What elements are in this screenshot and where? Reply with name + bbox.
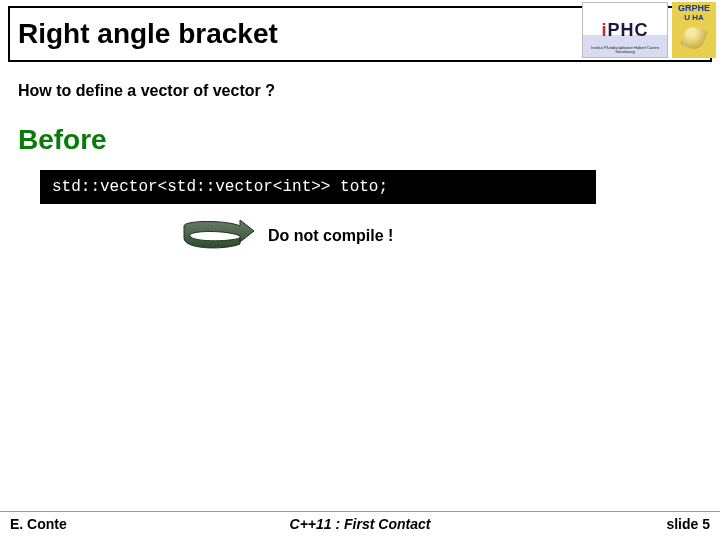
logo-group: iPHC Institut Pluridisciplinaire Hubert … — [582, 2, 716, 58]
iphc-logo: iPHC Institut Pluridisciplinaire Hubert … — [582, 2, 668, 58]
iphc-logo-subtext: Institut Pluridisciplinaire Hubert Curie… — [583, 46, 667, 54]
curved-arrow-icon — [178, 218, 256, 254]
footer-title: C++11 : First Contact — [0, 516, 720, 532]
slide: Right angle bracket iPHC Institut Plurid… — [0, 0, 720, 540]
no-compile-text: Do not compile ! — [268, 227, 393, 245]
question-text: How to define a vector of vector ? — [18, 82, 275, 100]
code-block: std::vector<std::vector<int>> toto; — [40, 170, 596, 204]
footer-divider — [0, 511, 720, 512]
footer-slide-number: slide 5 — [666, 516, 710, 532]
grphe-logo: GRPHE U HA — [672, 2, 716, 58]
slide-title: Right angle bracket — [18, 18, 278, 50]
grphe-logo-shape — [680, 24, 708, 52]
before-label: Before — [18, 124, 107, 156]
iphc-logo-text: iPHC — [601, 20, 648, 41]
grphe-logo-text-2: U HA — [684, 14, 704, 23]
arrow-with-caption: Do not compile ! — [178, 218, 393, 254]
